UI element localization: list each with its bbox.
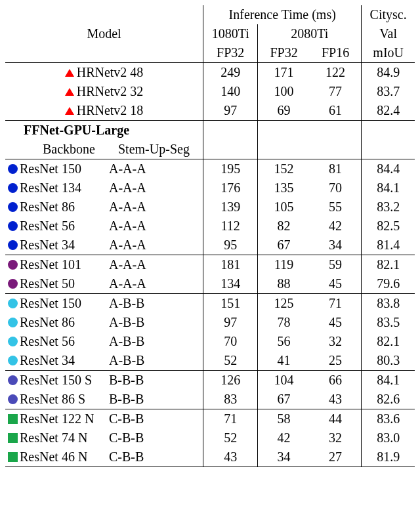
cell-1080fp32: 126 xyxy=(203,371,258,390)
triangle-icon xyxy=(65,106,75,116)
table-row: ResNet 50A-A-A134884579.6 xyxy=(5,274,415,294)
stem-up-seg-label: C-B-B xyxy=(105,429,158,447)
col-citysc: Citysc. xyxy=(362,5,415,24)
cell-2080fp32: 105 xyxy=(258,197,310,217)
cell-2080fp16: 66 xyxy=(310,371,362,390)
circle-icon xyxy=(8,299,18,308)
cell-miou: 82.1 xyxy=(362,332,415,351)
table-row: ResNet 86 SB-B-B83674382.6 xyxy=(5,390,415,409)
cell-2080fp32: 135 xyxy=(258,178,310,197)
cell-miou: 84.1 xyxy=(362,371,415,390)
cell-2080fp32: 78 xyxy=(258,313,310,332)
cell-2080fp32: 104 xyxy=(258,371,310,390)
circle-icon xyxy=(8,221,18,231)
cell-2080fp32: 88 xyxy=(258,274,310,294)
cell-2080fp32: 41 xyxy=(258,351,310,371)
cell-2080fp32: 82 xyxy=(258,217,310,236)
backbone-label: HRNetv2 18 xyxy=(77,103,144,117)
subheader-row: BackboneStem-Up-Seg xyxy=(5,140,415,159)
table-row: ResNet 56A-A-A112824282.5 xyxy=(5,217,415,236)
model-cell: ResNet 74 NC-B-B xyxy=(5,428,203,447)
cell-miou: 83.5 xyxy=(362,313,415,332)
cell-2080fp16: 45 xyxy=(310,313,362,332)
cell-miou: 82.6 xyxy=(362,390,415,409)
cell-1080fp32: 134 xyxy=(203,274,258,294)
model-cell: ResNet 56A-B-B xyxy=(5,332,203,351)
cell-2080fp16: 77 xyxy=(310,82,362,101)
cell-2080fp16: 34 xyxy=(310,236,362,255)
model-cell: ResNet 122 NC-B-B xyxy=(5,409,203,429)
backbone-label: ResNet 150 xyxy=(20,160,105,178)
square-icon xyxy=(8,433,18,443)
stem-up-seg-label: A-A-A xyxy=(105,275,158,293)
results-table: Model Inference Time (ms) Citysc. 1080Ti… xyxy=(5,5,415,467)
circle-icon xyxy=(8,394,18,404)
subheader-cell: BackboneStem-Up-Seg xyxy=(5,140,203,159)
cell-miou: 84.1 xyxy=(362,178,415,197)
cell-2080fp16: 27 xyxy=(310,447,362,467)
table-row: ResNet 134A-A-A1761357084.1 xyxy=(5,178,415,197)
cell-1080fp32: 43 xyxy=(203,447,258,467)
cell-miou: 80.3 xyxy=(362,351,415,371)
triangle-icon xyxy=(65,87,75,97)
cell-miou: 79.6 xyxy=(362,274,415,294)
stem-up-seg-label: C-B-B xyxy=(105,448,158,466)
backbone-label: ResNet 134 xyxy=(20,179,105,197)
circle-icon xyxy=(8,375,18,385)
col-val: Val xyxy=(362,24,415,43)
cell-1080fp32: 140 xyxy=(203,82,258,101)
table-row: HRNetv2 1897696182.4 xyxy=(5,101,415,121)
backbone-label: ResNet 50 xyxy=(20,275,105,293)
model-cell: ResNet 134A-A-A xyxy=(5,178,203,197)
cell-1080fp32: 95 xyxy=(203,236,258,255)
table-row: ResNet 122 NC-B-B71584483.6 xyxy=(5,409,415,429)
cell-1080fp32: 83 xyxy=(203,390,258,409)
cell-1080fp32: 249 xyxy=(203,63,258,83)
table-row: ResNet 86A-B-B97784583.5 xyxy=(5,313,415,332)
table-row: ResNet 34A-A-A95673481.4 xyxy=(5,236,415,255)
cell-2080fp16: 32 xyxy=(310,332,362,351)
table-row: ResNet 150A-A-A1951528184.4 xyxy=(5,159,415,179)
cell-miou: 83.6 xyxy=(362,409,415,429)
cell-miou: 83.8 xyxy=(362,294,415,314)
section-title: FFNet-GPU-Large xyxy=(5,121,203,140)
backbone-label: ResNet 122 N xyxy=(20,410,105,428)
cell-2080fp32: 67 xyxy=(258,390,310,409)
circle-icon xyxy=(8,183,18,193)
cell-2080fp32: 69 xyxy=(258,101,310,121)
model-cell: ResNet 46 NC-B-B xyxy=(5,447,203,467)
cell-1080fp32: 52 xyxy=(203,351,258,371)
cell-miou: 83.2 xyxy=(362,197,415,217)
cell-miou: 82.1 xyxy=(362,255,415,275)
cell-2080fp32: 58 xyxy=(258,409,310,429)
col-fp32-a: FP32 xyxy=(203,43,258,63)
backbone-label: ResNet 86 xyxy=(20,314,105,331)
circle-icon xyxy=(8,318,18,327)
table-row: ResNet 34A-B-B52412580.3 xyxy=(5,351,415,371)
table-row: ResNet 150 SB-B-B1261046684.1 xyxy=(5,371,415,390)
cell-2080fp32: 42 xyxy=(258,428,310,447)
stem-up-seg-label: A-A-A xyxy=(105,217,158,235)
cell-1080fp32: 97 xyxy=(203,313,258,332)
cell-1080fp32: 52 xyxy=(203,428,258,447)
stem-up-seg-label: A-B-B xyxy=(105,352,158,369)
cell-1080fp32: 71 xyxy=(203,409,258,429)
col-model: Model xyxy=(5,5,203,63)
model-cell: ResNet 56A-A-A xyxy=(5,217,203,236)
table-row: ResNet 150A-B-B1511257183.8 xyxy=(5,294,415,314)
cell-2080fp16: 81 xyxy=(310,159,362,179)
stem-up-seg-label: A-A-A xyxy=(105,256,158,274)
backbone-label: HRNetv2 32 xyxy=(77,84,144,98)
cell-2080fp16: 61 xyxy=(310,101,362,121)
cell-miou: 83.7 xyxy=(362,82,415,101)
circle-icon xyxy=(8,279,18,289)
model-cell: ResNet 34A-A-A xyxy=(5,236,203,255)
circle-icon xyxy=(8,260,18,270)
table-row: ResNet 74 NC-B-B52423283.0 xyxy=(5,428,415,447)
circle-icon xyxy=(8,240,18,250)
cell-2080fp32: 119 xyxy=(258,255,310,275)
circle-icon xyxy=(8,337,18,346)
cell-miou: 81.9 xyxy=(362,447,415,467)
cell-1080fp32: 181 xyxy=(203,255,258,275)
cell-1080fp32: 112 xyxy=(203,217,258,236)
